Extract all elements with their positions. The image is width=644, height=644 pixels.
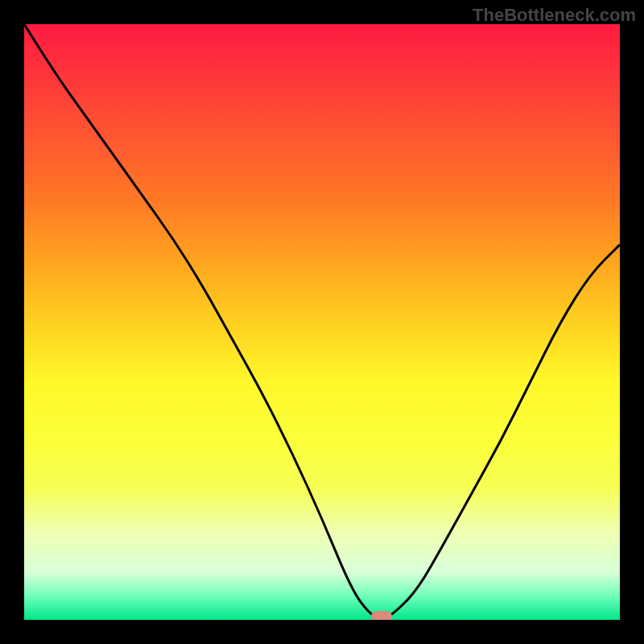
chart-plot-area — [24, 24, 620, 620]
optimal-marker — [371, 611, 392, 620]
attribution-label: TheBottleneck.com — [473, 5, 636, 26]
curve-path — [24, 24, 620, 618]
bottleneck-curve — [24, 24, 620, 620]
